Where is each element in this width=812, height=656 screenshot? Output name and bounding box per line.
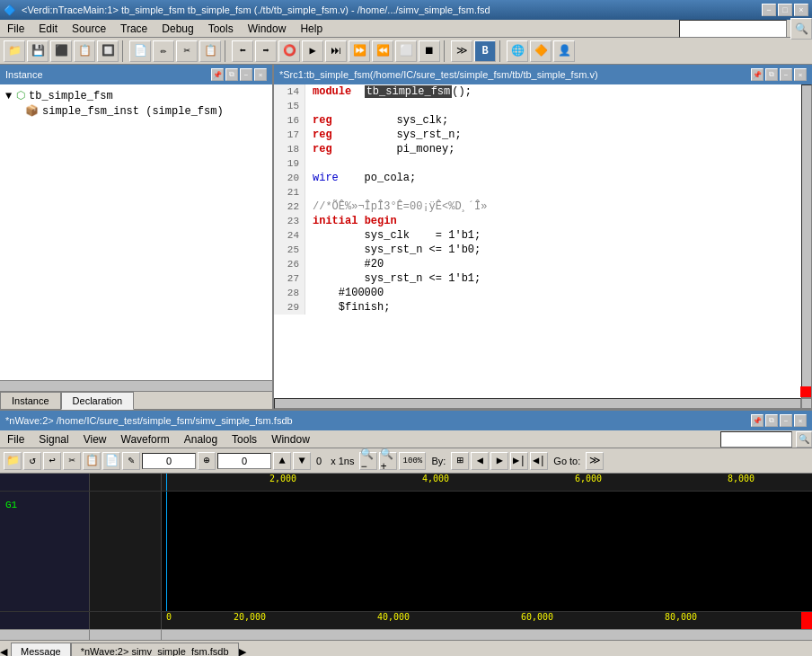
close-button[interactable]: × [794,4,808,16]
tb-btn-7[interactable]: ✏️ [153,40,174,62]
nwave-zoom-in[interactable]: 🔍+ [379,452,397,470]
nwave-scrollbar-h[interactable] [0,629,812,640]
menu-window[interactable]: Window [241,21,294,37]
tb-btn-3[interactable]: ⬛ [50,40,72,62]
nwave-zoom-out[interactable]: 🔍− [359,452,377,470]
panel-pin-button[interactable]: 📌 [211,68,224,81]
tab-declaration[interactable]: Declaration [61,392,135,410]
source-code-view[interactable]: 14 module tb_simple_fsm(); 15 16 reg sys… [274,84,801,398]
source-scrollbar-h[interactable] [274,398,801,409]
nwave-time-input-1[interactable] [142,453,196,469]
nwave-tb-more[interactable]: ≫ [586,452,604,470]
status-tab-message[interactable]: Message [11,643,71,656]
tb-btn-4[interactable]: 📋 [74,40,95,62]
tb-btn-19[interactable]: B [474,40,496,62]
menu-file[interactable]: File [0,21,31,37]
source-float-button[interactable]: ⧉ [765,68,778,81]
nwave-tb-6[interactable]: ✎ [122,452,140,470]
nwave-tb-nav-play[interactable]: ▶ [490,452,508,470]
tree-item-tb[interactable]: ▼ ⬡ tb_simple_fsm [4,88,269,103]
instance-scrollbar-h[interactable] [0,380,272,391]
nwave-menu-tools[interactable]: Tools [225,431,264,448]
status-scroll-right[interactable]: ▶ [239,642,250,656]
menu-source[interactable]: Source [65,21,113,37]
nwave-tb-2[interactable]: ↺ [23,452,41,470]
tb-btn-10[interactable]: ⬅ [232,40,253,62]
tree-item-inst[interactable]: 📦 simple_fsm_inst (simple_fsm) [4,103,269,119]
nwave-signal-g1[interactable]: G1 [0,492,89,519]
nwave-tb-open[interactable]: 📁 [4,452,22,470]
tree-inst-icon: 📦 [25,104,39,118]
nwave-tb-nav-4[interactable]: ◀| [530,452,548,470]
nwave-display[interactable] [162,492,812,611]
instance-tree: ▼ ⬡ tb_simple_fsm 📦 simple_fsm_inst (sim… [0,84,272,380]
source-scrollbar-v[interactable] [801,84,812,398]
nwave-menu-waveform[interactable]: Waveform [114,431,177,448]
nwave-search-input[interactable] [720,431,792,448]
nwave-wave-area: G1 [0,492,812,611]
nwave-float-button[interactable]: ⧉ [765,414,778,427]
tb-btn-9[interactable]: 📋 [199,40,221,62]
source-close-button[interactable]: × [794,68,807,81]
tb-btn-16[interactable]: ⬜ [395,40,417,62]
menu-debug[interactable]: Debug [154,21,200,37]
main-search-input[interactable] [679,20,787,38]
maximize-button[interactable]: □ [778,4,792,16]
tb-btn-20[interactable]: 🌐 [507,40,528,62]
tb-btn-play[interactable]: ▶ [302,40,323,62]
tb-btn-5[interactable]: 🔲 [97,40,119,62]
nwave-menu-window[interactable]: Window [264,431,317,448]
open-button[interactable]: 📁 [4,40,25,62]
nwave-tb-insert[interactable]: ⊕ [198,452,216,470]
nwave-tb-nav-1[interactable]: ⊞ [451,452,469,470]
nwave-pin-button[interactable]: 📌 [751,414,763,427]
line-code-23: initial begin [305,214,397,228]
tb-btn-8[interactable]: ✂ [176,40,198,62]
nwave-menu-analog[interactable]: Analog [177,431,225,448]
menu-edit[interactable]: Edit [31,21,65,37]
tb-btn-6[interactable]: 📄 [129,40,151,62]
menu-tools[interactable]: Tools [201,21,241,37]
nwave-tb-5[interactable]: 📄 [102,452,120,470]
nwave-menu-signal[interactable]: Signal [31,431,75,448]
tb-btn-21[interactable]: 🔶 [530,40,552,62]
nwave-tb-down[interactable]: ▼ [293,452,311,470]
menu-help[interactable]: Help [293,21,330,37]
source-min-button[interactable]: − [780,68,792,81]
tb-btn-13[interactable]: ⏭ [325,40,347,62]
nwave-tb-up[interactable]: ▲ [273,452,291,470]
tb-btn-15[interactable]: ⏪ [372,40,393,62]
tab-instance[interactable]: Instance [0,392,61,409]
nwave-close-button[interactable]: × [794,414,807,427]
nwave-scroll-track[interactable] [162,630,812,640]
status-tab-nwave[interactable]: *nWave:2> simv_simple_fsm.fsdb [71,643,239,656]
tb-btn-14[interactable]: ⏩ [349,40,370,62]
nwave-min-button[interactable]: − [780,414,792,427]
nwave-tb-nav-2[interactable]: ◀ [471,452,489,470]
panel-float-button[interactable]: ⧉ [225,68,238,81]
tb-btn-18[interactable]: ≫ [451,40,472,62]
nwave-tb-nav-3[interactable]: ▶| [510,452,528,470]
nwave-tb-cut[interactable]: ✂ [63,452,81,470]
menu-trace[interactable]: Trace [113,21,154,37]
line-num-25: 25 [274,243,305,257]
nwave-ruler-top: 2,000 4,000 6,000 8,000 [0,474,812,492]
panel-close-button[interactable]: × [254,68,267,81]
nwave-menu-view[interactable]: View [76,431,114,448]
save-button[interactable]: 💾 [27,40,49,62]
tb-btn-12[interactable]: ⭕ [278,40,300,62]
nwave-menu-file[interactable]: File [0,431,31,448]
nwave-time-input-2[interactable] [217,453,271,469]
nwave-tb-copy[interactable]: 📋 [83,452,101,470]
tb-btn-22[interactable]: 👤 [553,40,575,62]
status-scroll-left[interactable]: ◀ [0,642,11,656]
source-pin-button[interactable]: 📌 [751,68,763,81]
search-button[interactable]: 🔍 [790,18,812,40]
panel-min-button[interactable]: − [240,68,252,81]
nwave-zoom-100[interactable]: 100% [399,452,426,470]
nwave-tb-undo[interactable]: ↩ [43,452,61,470]
tb-btn-11[interactable]: ➡ [255,40,277,62]
tb-btn-17[interactable]: ⏹ [419,40,440,62]
nwave-search-button[interactable]: 🔍 [796,431,812,448]
minimize-button[interactable]: − [762,4,776,16]
